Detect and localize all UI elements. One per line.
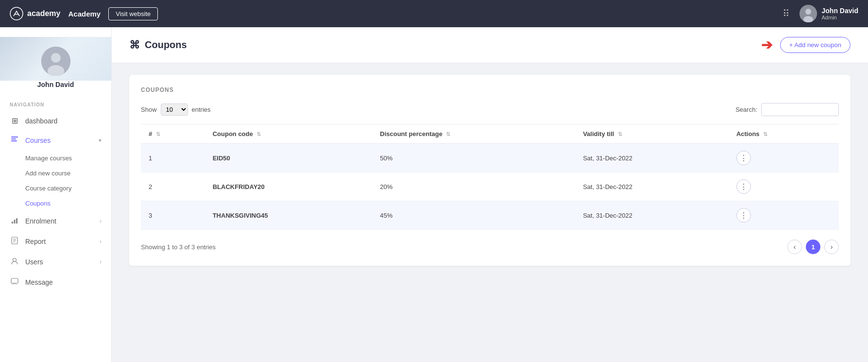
dashboard-icon: ⊞: [10, 116, 19, 125]
cell-validity: Sat, 31-Dec-2022: [575, 144, 729, 172]
message-icon: [10, 277, 19, 288]
table-row: 2 BLACKFRIDAY20 20% Sat, 31-Dec-2022 ⋮: [141, 172, 839, 201]
sidebar-item-users[interactable]: Users ›: [0, 252, 111, 272]
cell-validity: Sat, 31-Dec-2022: [575, 172, 729, 201]
cell-actions: ⋮: [729, 201, 839, 230]
nav-section-label: NAVIGATION: [0, 102, 111, 111]
cell-code: THANKSGIVING45: [205, 201, 373, 230]
col-validity: Validity till ⇅: [575, 124, 729, 144]
section-label: COUPONS: [141, 86, 839, 93]
cell-code: BLACKFRIDAY20: [205, 172, 373, 201]
sidebar-item-label-enrolment: Enrolment: [25, 217, 56, 225]
cell-actions: ⋮: [729, 144, 839, 172]
cell-discount: 50%: [372, 144, 575, 172]
table-row: 3 THANKSGIVING45 45% Sat, 31-Dec-2022 ⋮: [141, 201, 839, 230]
cell-number: 3: [141, 201, 205, 230]
row-actions-button[interactable]: ⋮: [736, 179, 751, 194]
col-discount: Discount percentage ⇅: [372, 124, 575, 144]
row-actions-button[interactable]: ⋮: [736, 151, 751, 165]
cell-number: 1: [141, 144, 205, 172]
coupons-table-section: COUPONS Show 10 25 50 100 entries Search…: [129, 75, 851, 266]
profile-name: John David: [37, 81, 74, 88]
chevron-down-icon: ▾: [99, 137, 102, 144]
sidebar-item-manage-courses[interactable]: Manage courses: [25, 151, 111, 166]
sidebar-item-label-users: Users: [25, 258, 43, 266]
sidebar-item-courses[interactable]: Courses ▾: [0, 130, 111, 151]
footer-text: Showing 1 to 3 of 3 entries: [141, 243, 216, 251]
table-controls: Show 10 25 50 100 entries Search:: [141, 103, 839, 116]
user-info: John David Admin: [800, 5, 858, 22]
sidebar-item-enrolment[interactable]: Enrolment ›: [0, 211, 111, 231]
table-footer: Showing 1 to 3 of 3 entries ‹ 1 ›: [141, 240, 839, 254]
prev-page-button[interactable]: ‹: [787, 240, 802, 254]
search-input[interactable]: [761, 103, 839, 116]
current-page[interactable]: 1: [806, 240, 820, 254]
chevron-right-icon-users: ›: [100, 259, 102, 265]
row-actions-button[interactable]: ⋮: [736, 208, 751, 223]
sidebar-item-add-new-course[interactable]: Add new course: [25, 166, 111, 181]
next-page-button[interactable]: ›: [824, 240, 839, 254]
sidebar-item-course-category[interactable]: Course category: [25, 181, 111, 196]
cell-actions: ⋮: [729, 172, 839, 201]
coupons-table: # ⇅ Coupon code ⇅ Discount percentage ⇅ …: [141, 124, 839, 230]
add-coupon-button[interactable]: + Add new coupon: [780, 37, 851, 53]
sidebar-item-label-courses: Courses: [25, 137, 51, 144]
svg-rect-18: [11, 278, 18, 283]
logo-text: academy: [27, 9, 61, 18]
user-name: John David: [822, 7, 858, 15]
col-number: # ⇅: [141, 124, 205, 144]
cell-discount: 20%: [372, 172, 575, 201]
svg-rect-7: [11, 137, 18, 138]
app-name: Academy: [68, 10, 101, 18]
svg-point-2: [805, 9, 811, 15]
svg-point-0: [10, 7, 23, 20]
col-actions: Actions ⇅: [729, 124, 839, 144]
sidebar-item-coupons[interactable]: Coupons: [25, 196, 111, 211]
user-role: Admin: [822, 15, 858, 20]
grid-icon[interactable]: ⠿: [783, 8, 790, 19]
chevron-right-icon-report: ›: [100, 238, 102, 245]
top-navigation: academy Academy Visit website ⠿ John Dav…: [0, 0, 868, 27]
sidebar: John David NAVIGATION ⊞ dashboard: [0, 27, 112, 362]
cell-code: EID50: [205, 144, 373, 172]
page-title-text: Coupons: [145, 39, 187, 51]
entries-label: entries: [192, 106, 211, 113]
main-content: ⌘ Coupons ➔ + Add new coupon COUPONS Sho…: [112, 27, 868, 362]
enrolment-icon: [10, 216, 19, 226]
arrow-indicator: ➔: [761, 37, 772, 53]
pagination: ‹ 1 ›: [787, 240, 839, 254]
table-row: 1 EID50 50% Sat, 31-Dec-2022 ⋮: [141, 144, 839, 172]
courses-submenu: Manage courses Add new course Course cat…: [0, 151, 111, 211]
courses-icon: [10, 135, 19, 146]
col-coupon-code: Coupon code ⇅: [205, 124, 373, 144]
svg-rect-12: [16, 218, 17, 224]
cell-number: 2: [141, 172, 205, 201]
users-icon: [10, 257, 19, 267]
sidebar-item-message[interactable]: Message: [0, 272, 111, 293]
svg-rect-8: [11, 138, 16, 139]
visit-website-button[interactable]: Visit website: [108, 7, 158, 20]
svg-rect-9: [11, 140, 17, 141]
show-label: Show: [141, 106, 157, 113]
svg-rect-11: [14, 220, 16, 224]
chevron-right-icon-enrolment: ›: [100, 218, 102, 224]
entries-select[interactable]: 10 25 50 100: [161, 103, 188, 116]
coupons-icon: ⌘: [129, 39, 140, 52]
cell-validity: Sat, 31-Dec-2022: [575, 201, 729, 230]
cell-discount: 45%: [372, 201, 575, 230]
page-header: ⌘ Coupons ➔ + Add new coupon: [112, 27, 868, 63]
sidebar-item-label-dashboard: dashboard: [25, 117, 57, 125]
avatar: [800, 5, 817, 22]
page-title: ⌘ Coupons: [129, 39, 187, 52]
logo: academy: [10, 7, 61, 20]
profile-avatar: [41, 47, 70, 76]
sidebar-item-dashboard[interactable]: ⊞ dashboard: [0, 111, 111, 130]
sidebar-item-label-message: Message: [25, 278, 53, 286]
sidebar-item-label-report: Report: [25, 238, 46, 245]
sidebar-item-report[interactable]: Report ›: [0, 231, 111, 252]
search-label: Search:: [735, 106, 757, 113]
report-icon: [10, 236, 19, 247]
svg-point-5: [51, 53, 61, 63]
svg-rect-10: [12, 222, 13, 224]
